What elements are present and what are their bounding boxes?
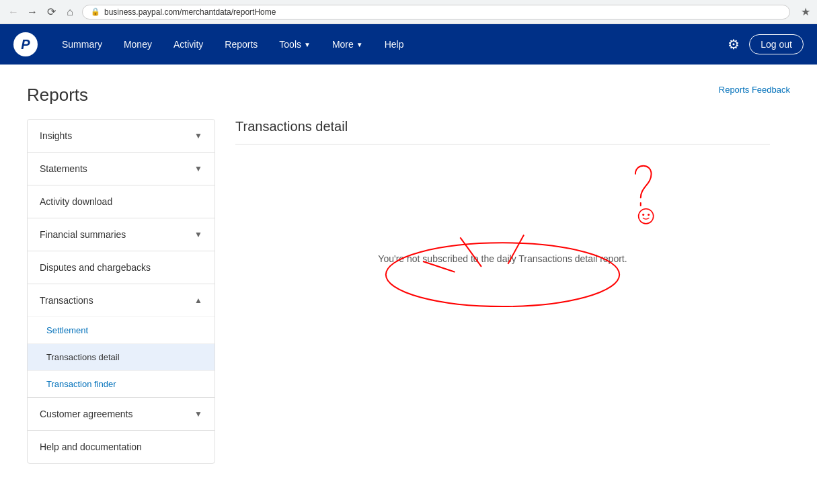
insights-label: Insights [40, 130, 72, 141]
svg-point-5 [639, 209, 654, 224]
forward-button[interactable]: → [26, 5, 39, 19]
browser-chrome: ← → ⟳ ⌂ 🔒 business.paypal.com/merchantda… [0, 0, 817, 24]
reports-feedback-link[interactable]: Reports Feedback [719, 85, 790, 95]
url-text: business.paypal.com/merchantdata/reportH… [104, 7, 276, 17]
svg-point-0 [386, 243, 619, 306]
customer-agreements-chevron: ▼ [194, 409, 202, 419]
page-title: Reports [27, 85, 88, 106]
empty-message: You're not subscribed to the daily Trans… [378, 253, 627, 264]
section-title: Transactions detail [235, 119, 770, 144]
sidebar-item-transactions: Transactions ▲ Settlement Transactions d… [28, 284, 215, 398]
paypal-nav: P Summary Money Activity Reports Tools ▼… [0, 24, 817, 65]
home-button[interactable]: ⌂ [63, 5, 77, 19]
nav-help[interactable]: Help [374, 24, 415, 65]
disputes-link[interactable]: Disputes and chargebacks [28, 251, 215, 284]
statements-chevron: ▼ [194, 164, 202, 173]
sidebar-customer-agreements-header[interactable]: Customer agreements ▼ [28, 398, 215, 430]
sidebar-item-help-docs: Help and documentation [28, 431, 215, 463]
svg-point-6 [642, 214, 644, 216]
insights-chevron: ▼ [194, 131, 202, 140]
nav-tools[interactable]: Tools ▼ [268, 24, 321, 65]
sidebar-item-disputes: Disputes and chargebacks [28, 251, 215, 284]
sidebar: Insights ▼ Statements ▼ Activity downloa… [27, 119, 215, 464]
financial-chevron: ▼ [194, 230, 202, 239]
reload-button[interactable]: ⟳ [44, 5, 58, 19]
help-docs-link[interactable]: Help and documentation [28, 431, 215, 463]
back-button[interactable]: ← [7, 5, 20, 19]
sidebar-item-activity-download: Activity download [28, 185, 215, 218]
page-content: Reports Reports Feedback Insights ▼ Stat… [0, 65, 817, 504]
transactions-chevron: ▲ [194, 296, 202, 305]
more-chevron: ▼ [356, 41, 363, 48]
svg-point-7 [648, 214, 650, 216]
customer-agreements-label: Customer agreements [40, 409, 133, 419]
transactions-label: Transactions [40, 295, 93, 306]
main-layout: Insights ▼ Statements ▼ Activity downloa… [27, 119, 790, 464]
settings-button[interactable]: ⚙ [728, 36, 740, 52]
address-bar[interactable]: 🔒 business.paypal.com/merchantdata/repor… [82, 5, 790, 19]
sidebar-financial-header[interactable]: Financial summaries ▼ [28, 218, 215, 251]
nav-summary[interactable]: Summary [51, 24, 113, 65]
nav-more[interactable]: More ▼ [321, 24, 374, 65]
statements-label: Statements [40, 163, 87, 174]
financial-summaries-label: Financial summaries [40, 229, 126, 240]
activity-download-link[interactable]: Activity download [28, 185, 215, 218]
nav-money[interactable]: Money [113, 24, 163, 65]
nav-reports[interactable]: Reports [214, 24, 268, 65]
tools-chevron: ▼ [304, 41, 311, 48]
sidebar-item-statements: Statements ▼ [28, 153, 215, 185]
settlement-link[interactable]: Settlement [28, 317, 215, 343]
nav-right: ⚙ Log out [728, 34, 804, 54]
logo-letter: P [21, 37, 30, 52]
sidebar-statements-header[interactable]: Statements ▼ [28, 153, 215, 185]
bookmark-icon[interactable]: ★ [801, 5, 810, 18]
transaction-finder-link[interactable]: Transaction finder [28, 370, 215, 397]
sidebar-item-financial-summaries: Financial summaries ▼ [28, 218, 215, 251]
paypal-logo: P [13, 32, 38, 56]
main-content: Transactions detail [215, 119, 790, 464]
sidebar-item-insights: Insights ▼ [28, 120, 215, 153]
sidebar-transactions-header[interactable]: Transactions ▲ [28, 284, 215, 317]
empty-state: You're not subscribed to the daily Trans… [235, 158, 770, 360]
logout-button[interactable]: Log out [749, 34, 804, 54]
sidebar-item-customer-agreements: Customer agreements ▼ [28, 398, 215, 431]
nav-activity[interactable]: Activity [163, 24, 214, 65]
nav-items: Summary Money Activity Reports Tools ▼ M… [51, 24, 728, 65]
transactions-detail-link[interactable]: Transactions detail [28, 343, 215, 370]
page-header: Reports Reports Feedback [27, 85, 790, 106]
lock-icon: 🔒 [91, 7, 100, 16]
sidebar-insights-header[interactable]: Insights ▼ [28, 120, 215, 152]
